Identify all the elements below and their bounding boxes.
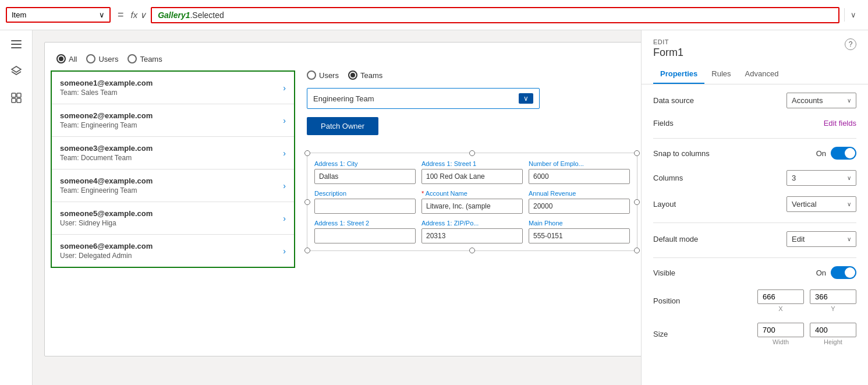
form-field-city: Address 1: City [314,160,416,184]
formula-right-arrow[interactable]: ∨ [844,8,862,22]
form-field-zip-input[interactable] [421,228,523,243]
list-item-text-2: someone2@example.com Team: Engineering T… [60,111,153,129]
default-mode-label: Default mode [653,235,698,243]
list-item-email-4: someone4@example.com [60,176,153,185]
position-x-group: X [757,289,804,312]
resize-handle-bottomright[interactable] [634,248,640,253]
list-item-text-3: someone3@example.com Team: Document Team [60,144,153,162]
list-item-text-4: someone4@example.com Team: Engineering T… [60,176,153,195]
tab-rules[interactable]: Rules [704,65,738,84]
snap-to-columns-row: Snap to columns On [653,147,856,160]
form-field-revenue-input[interactable] [529,199,630,214]
position-x-input[interactable] [757,289,804,304]
radio-users-form-label: Users [319,71,339,80]
resize-handle-topleft[interactable] [304,150,310,156]
form-field-account-name-input[interactable] [421,199,523,214]
radio-teams-form[interactable]: Teams [348,70,382,80]
size-width-input[interactable] [757,323,804,337]
resize-handle-bottomleft[interactable] [304,248,310,253]
visible-toggle[interactable] [831,266,856,279]
formula-box[interactable]: Gallery1.Selected [151,7,839,23]
form-field-revenue: Annual Revenue [529,190,630,214]
tab-properties[interactable]: Properties [653,65,704,84]
size-height-input[interactable] [810,323,856,337]
divider-2 [653,222,856,223]
form-field-city-input[interactable] [314,169,416,184]
list-item-sub-5: User: Sidney Higa [60,219,153,227]
form-field-street2-input[interactable] [314,228,416,243]
list-item-text-1: someone1@example.com Team: Sales Team [60,79,153,97]
app-canvas: All Users Teams someone1@example.c [44,42,641,356]
list-item[interactable]: someone1@example.com Team: Sales Team › [52,72,294,104]
top-radio-group: All Users Teams [45,43,641,70]
resize-handle-topright[interactable] [634,150,640,156]
form-field-phone-input[interactable] [529,228,630,243]
resize-handle-right[interactable] [634,199,640,205]
list-chevron-5: › [283,214,286,223]
position-y-input[interactable] [810,289,856,304]
data-source-select[interactable]: Accounts ∨ [786,93,856,108]
svg-marker-3 [12,66,21,72]
user-list: someone1@example.com Team: Sales Team › … [51,70,295,268]
engineering-team-dropdown[interactable]: Engineering Team ∨ [307,88,540,109]
list-chevron-4: › [283,181,286,190]
columns-select[interactable]: 3 ∨ [786,170,856,186]
radio-all-circle [56,54,66,63]
canvas-area: All Users Teams someone1@example.c [33,30,641,385]
dropdown-arrow-icon: ∨ [519,93,533,104]
resize-handle-left[interactable] [304,199,310,205]
content-row: someone1@example.com Team: Sales Team › … [45,70,641,280]
tab-advanced[interactable]: Advanced [738,65,786,84]
form-field-street2: Address 1: Street 2 [314,220,416,243]
radio-all[interactable]: All [56,54,77,63]
divider-3 [653,257,856,258]
list-item-sub-2: Team: Engineering Team [60,121,153,129]
list-item[interactable]: someone2@example.com Team: Engineering T… [52,104,294,137]
list-chevron-2: › [283,116,286,125]
default-mode-select[interactable]: Edit ∨ [786,231,856,247]
hamburger-icon[interactable] [8,36,24,52]
fx-dropdown-arrow[interactable]: ∨ [140,10,146,20]
form-field-description-input[interactable] [314,199,416,214]
edit-fields-link[interactable]: Edit fields [824,119,856,128]
resize-handle-bottom[interactable] [469,248,475,253]
list-item[interactable]: someone6@example.com User: Delegated Adm… [52,235,294,267]
snap-to-columns-label: Snap to columns [653,149,710,158]
form-field-street1-input[interactable] [421,169,523,184]
list-item[interactable]: someone3@example.com Team: Document Team… [52,137,294,169]
radio-teams-top[interactable]: Teams [127,54,162,63]
form-fields-container: Address 1: City Address 1: Street 1 Numb… [307,153,637,251]
size-width-group: Width [757,323,804,345]
resize-handle-top[interactable] [469,150,475,156]
form-field-employees-input[interactable] [529,169,630,184]
item-dropdown[interactable]: Item ∨ [6,7,111,23]
position-row: Position X Y [653,289,856,312]
radio-teams-top-circle [127,54,137,63]
main-area: All Users Teams someone1@example.c [0,30,868,385]
left-sidebar [0,30,33,385]
right-panel-edit-label: EDIT [642,30,868,47]
svg-rect-1 [11,44,22,45]
list-item[interactable]: someone5@example.com User: Sidney Higa › [52,202,294,235]
help-icon[interactable]: ? [845,38,856,50]
form-field-phone: Main Phone [529,220,630,243]
snap-to-columns-toggle[interactable] [831,147,856,160]
patch-owner-button[interactable]: Patch Owner [307,117,378,135]
form-grid: Address 1: City Address 1: Street 1 Numb… [314,160,630,243]
form-field-street1-label: Address 1: Street 1 [421,160,523,167]
list-item-sub-1: Team: Sales Team [60,89,153,97]
radio-teams-top-label: Teams [140,55,162,63]
list-item[interactable]: someone4@example.com Team: Engineering T… [52,169,294,202]
default-mode-value: Edit [792,235,805,243]
layout-row: Layout Vertical ∨ [653,196,856,212]
list-item-sub-4: Team: Engineering Team [60,186,153,195]
layout-select[interactable]: Vertical ∨ [786,196,856,212]
svg-rect-5 [17,93,21,97]
form-radio-group: Users Teams [307,70,637,80]
formula-gallery-part: Gallery1 [158,10,190,20]
radio-users-top[interactable]: Users [86,54,118,63]
layers-icon[interactable] [8,63,24,79]
components-icon[interactable] [8,90,24,106]
radio-users-form[interactable]: Users [307,70,339,80]
columns-row: Columns 3 ∨ [653,170,856,186]
